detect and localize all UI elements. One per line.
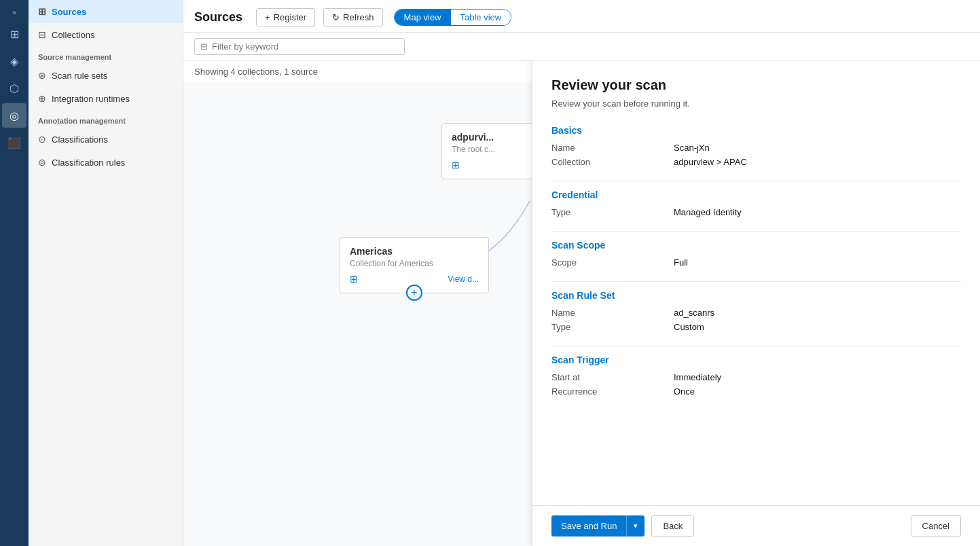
- review-panel: Review your scan Review your scan before…: [532, 61, 980, 546]
- sidebar-collections-label: Collections: [52, 30, 95, 40]
- scan-scope-section: Scan Scope Scope Full: [551, 240, 961, 268]
- trigger-start-key: Start at: [551, 372, 674, 382]
- basics-collection-key: Collection: [551, 157, 674, 167]
- page-title: Sources: [194, 10, 242, 24]
- trigger-start-row: Start at Immediately: [551, 372, 961, 382]
- credential-type-key: Type: [551, 207, 674, 217]
- basics-label: Basics: [551, 125, 961, 136]
- sources-icon: ⊞: [38, 6, 46, 17]
- scan-trigger-section: Scan Trigger Start at Immediately Recurr…: [551, 354, 961, 397]
- divider-4: [551, 346, 961, 346]
- filter-bar: ⊟: [183, 33, 980, 61]
- ruleset-name-val: ad_scanrs: [674, 308, 714, 318]
- back-button[interactable]: Back: [651, 515, 694, 536]
- view-toggle: Map view Table view: [394, 9, 512, 26]
- divider-2: [551, 231, 961, 232]
- basics-name-val: Scan-jXn: [674, 143, 710, 153]
- basics-name-row: Name Scan-jXn: [551, 143, 961, 153]
- cancel-button[interactable]: Cancel: [911, 515, 961, 536]
- sidebar-item-scan-rule-sets[interactable]: ⊛ Scan rule sets: [29, 64, 183, 87]
- scope-row: Scope Full: [551, 257, 961, 268]
- basics-name-key: Name: [551, 143, 674, 153]
- expand-btn[interactable]: »: [10, 5, 19, 19]
- save-run-label: Save and Run: [551, 515, 627, 536]
- credential-type-row: Type Managed Identity: [551, 207, 961, 217]
- main-content: Sources + Register ↻ Refresh Map view Ta…: [183, 0, 980, 546]
- sidebar: ⊞ Sources ⊟ Collections Source managemen…: [29, 0, 183, 546]
- ruleset-type-val: Custom: [674, 322, 704, 332]
- filter-icon: ⊟: [200, 41, 208, 52]
- review-body: Review your scan Review your scan before…: [532, 61, 980, 505]
- trigger-recurrence-val: Once: [674, 386, 695, 397]
- trigger-start-val: Immediately: [674, 372, 721, 382]
- sidebar-classrules-label: Classification rules: [52, 158, 125, 168]
- search-input[interactable]: [212, 41, 399, 52]
- sources-header: Sources + Register ↻ Refresh Map view Ta…: [183, 0, 980, 33]
- ruleset-type-key: Type: [551, 322, 674, 332]
- scan-rule-icon: ⊛: [38, 70, 46, 81]
- sidebar-item-classification-rules[interactable]: ⊚ Classification rules: [29, 151, 183, 174]
- americas-grid-icon[interactable]: ⊞: [350, 274, 358, 285]
- refresh-button[interactable]: ↻ Refresh: [323, 8, 383, 26]
- ruleset-type-row: Type Custom: [551, 322, 961, 332]
- home-icon-btn[interactable]: ⊞: [2, 22, 26, 46]
- sidebar-sources-label: Sources: [52, 7, 86, 17]
- scope-val: Full: [674, 257, 688, 268]
- adpurview-grid-icon[interactable]: ⊞: [452, 160, 460, 170]
- register-icon: +: [265, 12, 270, 22]
- credential-type-val: Managed Identity: [674, 207, 742, 217]
- trigger-recurrence-key: Recurrence: [551, 386, 674, 397]
- map-view-button[interactable]: Map view: [395, 10, 451, 25]
- classifications-icon: ⊙: [38, 134, 46, 145]
- credential-section: Credential Type Managed Identity: [551, 189, 961, 217]
- americas-card-title: Americas: [350, 246, 479, 257]
- save-run-dropdown-icon[interactable]: ▾: [627, 516, 645, 536]
- scope-key: Scope: [551, 257, 674, 268]
- sidebar-classifications-label: Classifications: [52, 134, 108, 145]
- save-run-button[interactable]: Save and Run ▾: [551, 515, 645, 536]
- review-footer: Save and Run ▾ Back Cancel: [532, 505, 980, 546]
- register-button[interactable]: + Register: [256, 8, 315, 26]
- register-label: Register: [274, 12, 306, 22]
- review-title: Review your scan: [551, 77, 961, 93]
- sidebar-item-integration-runtimes[interactable]: ⊕ Integration runtimes: [29, 87, 183, 110]
- basics-collection-val: adpurview > APAC: [674, 157, 747, 167]
- ruleset-name-key: Name: [551, 308, 674, 318]
- credential-label: Credential: [551, 189, 961, 200]
- sidebar-item-collections[interactable]: ⊟ Collections: [29, 23, 183, 46]
- add-collection-button[interactable]: +: [406, 285, 422, 301]
- review-subtitle: Review your scan before running it.: [551, 98, 961, 109]
- ruleset-name-row: Name ad_scanrs: [551, 308, 961, 318]
- basics-section: Basics Name Scan-jXn Collection adpurvie…: [551, 125, 961, 167]
- catalog-icon-btn[interactable]: ◈: [2, 49, 26, 73]
- scan-rule-set-section: Scan Rule Set Name ad_scanrs Type Custom: [551, 290, 961, 332]
- content-area: Showing 4 collections, 1 source adpurvi.…: [183, 61, 980, 546]
- scan-rule-set-label: Scan Rule Set: [551, 290, 961, 301]
- annotation-management-section: Annotation management: [29, 110, 183, 128]
- insights-icon-btn[interactable]: ◎: [2, 103, 26, 128]
- sidebar-scan-rule-label: Scan rule sets: [52, 71, 107, 81]
- americas-card-subtitle: Collection for Americas: [350, 259, 479, 268]
- icon-bar: » ⊞ ◈ ⬡ ◎ ⬛: [0, 0, 29, 546]
- table-view-button[interactable]: Table view: [451, 10, 511, 25]
- classrules-icon: ⊚: [38, 157, 46, 168]
- refresh-label: Refresh: [343, 12, 374, 22]
- sidebar-integration-label: Integration runtimes: [52, 94, 130, 104]
- refresh-icon: ↻: [332, 12, 340, 22]
- manage-icon-btn[interactable]: ⬛: [2, 130, 26, 155]
- source-management-section: Source management: [29, 46, 183, 64]
- integration-icon: ⊕: [38, 93, 46, 104]
- workflow-icon-btn[interactable]: ⬡: [2, 76, 26, 101]
- sidebar-item-classifications[interactable]: ⊙ Classifications: [29, 128, 183, 151]
- trigger-recurrence-row: Recurrence Once: [551, 386, 961, 397]
- divider-1: [551, 181, 961, 181]
- divider-3: [551, 281, 961, 282]
- basics-collection-row: Collection adpurview > APAC: [551, 157, 961, 167]
- filter-input-wrap[interactable]: ⊟: [194, 38, 405, 55]
- view-details-link[interactable]: View d...: [448, 274, 479, 284]
- americas-card: Americas Collection for Americas ⊞ View …: [340, 237, 489, 293]
- scan-trigger-label: Scan Trigger: [551, 354, 961, 365]
- americas-card-footer: ⊞ View d...: [350, 274, 479, 285]
- scan-scope-label: Scan Scope: [551, 240, 961, 251]
- sidebar-item-sources[interactable]: ⊞ Sources: [29, 0, 183, 23]
